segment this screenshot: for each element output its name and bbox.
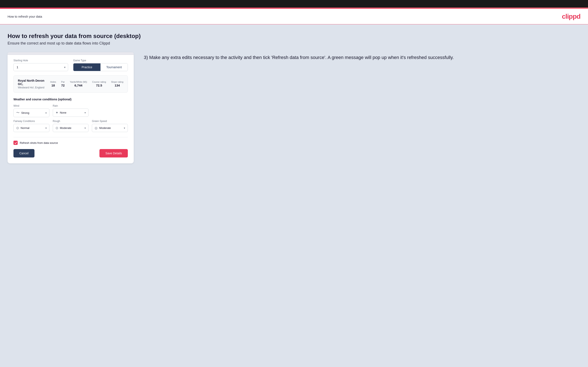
- rough-chevron-icon: ▾: [85, 127, 86, 130]
- fairway-chevron-icon: ▾: [45, 127, 47, 130]
- slope-rating-value: 134: [115, 83, 120, 87]
- checkmark-icon: [14, 142, 17, 144]
- game-type-toggle: Practice Tournament: [73, 63, 128, 71]
- course-rating-label: Course rating: [92, 81, 106, 83]
- rain-value: None: [60, 111, 83, 114]
- content-area: Starting Hole 1 Game Type Practice Tourn…: [8, 52, 580, 163]
- wind-group: Wind 〜 Strong ▾: [13, 104, 49, 117]
- starting-hole-group: Starting Hole 1: [13, 59, 68, 71]
- form-card: Starting Hole 1 Game Type Practice Tourn…: [8, 52, 134, 163]
- course-location: Westward Ho!, England: [18, 86, 45, 89]
- yards-label: Yards/White (M)): [70, 81, 87, 83]
- green-speed-value: Moderate: [99, 126, 122, 130]
- wind-icon: 〜: [16, 111, 19, 115]
- tournament-button[interactable]: Tournament: [101, 63, 128, 71]
- holes-label: Holes: [50, 81, 56, 83]
- save-button[interactable]: Save Details: [99, 149, 128, 158]
- wind-select[interactable]: 〜 Strong ▾: [13, 108, 49, 117]
- par-stat: Par 72: [61, 81, 65, 87]
- top-bar: [0, 0, 588, 8]
- starting-hole-select-wrapper[interactable]: 1: [13, 63, 68, 71]
- rain-chevron-icon: ▾: [85, 111, 86, 114]
- button-row: Cancel Save Details: [13, 149, 128, 158]
- conditions-row2: Fairway Conditions ⊙ Normal ▾ Rough ⊙ Mo…: [13, 120, 128, 132]
- course-info: Royal North Devon GC, Westward Ho!, Engl…: [18, 79, 45, 89]
- course-name: Royal North Devon GC,: [18, 79, 45, 86]
- fairway-value: Normal: [21, 126, 44, 130]
- refresh-checkbox-row: Refresh shots from data source: [13, 141, 128, 145]
- divider: [13, 137, 128, 137]
- game-type-label: Game Type: [73, 59, 128, 62]
- slope-rating-label: Slope rating: [111, 81, 123, 83]
- holes-stat: Holes 18: [50, 81, 56, 87]
- practice-button[interactable]: Practice: [73, 63, 101, 71]
- course-rating-stat: Course rating 72.5: [92, 81, 106, 87]
- yards-value: 6,744: [74, 83, 82, 87]
- fairway-group: Fairway Conditions ⊙ Normal ▾: [13, 120, 49, 132]
- fairway-icon: ⊙: [16, 126, 19, 130]
- instruction-text: 3) Make any extra edits necessary to the…: [144, 54, 580, 61]
- wind-chevron-icon: ▾: [45, 111, 47, 114]
- rough-select[interactable]: ⊙ Moderate ▾: [53, 124, 89, 132]
- game-type-group: Game Type Practice Tournament: [73, 59, 128, 71]
- green-speed-group: Green Speed ◎ Moderate ▾: [92, 120, 128, 132]
- page-heading: How to refresh your data from source (de…: [8, 33, 580, 40]
- page-subheading: Ensure the correct and most up to date d…: [8, 41, 580, 46]
- rough-value: Moderate: [60, 126, 83, 130]
- instruction-panel: 3) Make any extra edits necessary to the…: [144, 52, 580, 61]
- course-rating-value: 72.5: [96, 83, 102, 87]
- rain-label: Rain: [53, 104, 89, 107]
- rough-label: Rough: [53, 120, 89, 123]
- cancel-button[interactable]: Cancel: [13, 149, 35, 158]
- card-top-strip: [8, 52, 134, 55]
- par-label: Par: [61, 81, 65, 83]
- header: How to refresh your data clippd: [0, 9, 588, 24]
- rain-group: Rain ✦ None ▾: [53, 104, 89, 117]
- fairway-select[interactable]: ⊙ Normal ▾: [13, 124, 49, 132]
- main-content: How to refresh your data from source (de…: [0, 24, 588, 367]
- conditions-section-label: Weather and course conditions (optional): [13, 98, 128, 101]
- rain-icon: ✦: [55, 111, 58, 115]
- green-speed-label: Green Speed: [92, 120, 128, 123]
- rough-group: Rough ⊙ Moderate ▾: [53, 120, 89, 132]
- header-title: How to refresh your data: [8, 15, 42, 18]
- fairway-label: Fairway Conditions: [13, 120, 49, 123]
- starting-hole-game-type-row: Starting Hole 1 Game Type Practice Tourn…: [13, 59, 128, 71]
- starting-hole-select[interactable]: 1: [13, 63, 68, 71]
- wind-value: Strong: [21, 111, 44, 114]
- par-value: 72: [61, 83, 65, 87]
- rain-select[interactable]: ✦ None ▾: [53, 108, 89, 117]
- rough-icon: ⊙: [55, 126, 58, 130]
- wind-rain-row: Wind 〜 Strong ▾ Rain ✦ None ▾: [13, 104, 128, 117]
- starting-hole-label: Starting Hole: [13, 59, 68, 62]
- green-speed-icon: ◎: [95, 126, 97, 130]
- green-speed-select[interactable]: ◎ Moderate ▾: [92, 124, 128, 132]
- spacer: [92, 104, 128, 117]
- yards-stat: Yards/White (M)) 6,744: [70, 81, 87, 87]
- wind-label: Wind: [13, 104, 49, 107]
- refresh-label: Refresh shots from data source: [20, 141, 58, 144]
- refresh-checkbox[interactable]: [13, 141, 18, 145]
- slope-rating-stat: Slope rating 134: [111, 81, 123, 87]
- holes-value: 18: [51, 83, 55, 87]
- logo: clippd: [562, 13, 580, 20]
- course-row: Royal North Devon GC, Westward Ho!, Engl…: [13, 75, 128, 92]
- green-speed-chevron-icon: ▾: [124, 127, 125, 130]
